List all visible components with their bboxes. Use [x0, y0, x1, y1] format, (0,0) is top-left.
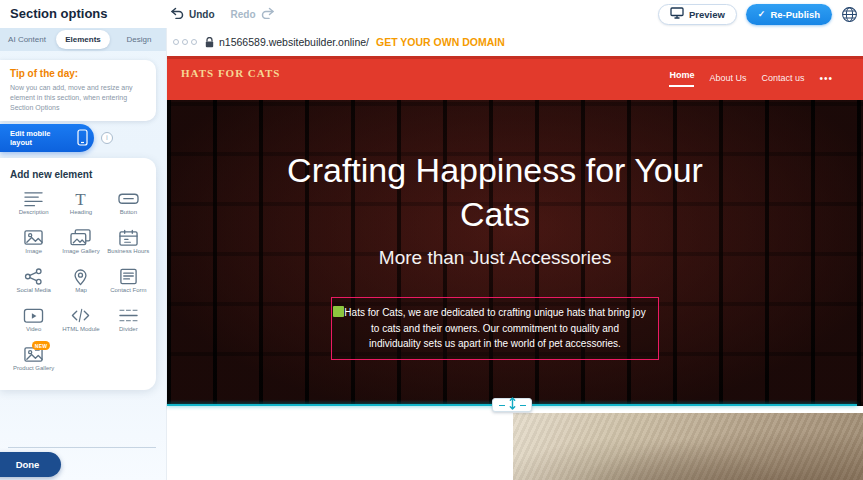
info-icon[interactable]: i — [101, 132, 113, 144]
mobile-layout-row: Edit mobile layout i — [0, 124, 113, 152]
redo-icon — [261, 7, 275, 21]
site-preview: HATS FOR CATS Home About Us Contact us •… — [167, 56, 863, 480]
element-label: Business Hours — [107, 248, 149, 256]
section-background-image[interactable] — [513, 413, 863, 480]
element-product-gallery[interactable]: NEW Product Gallery — [10, 343, 57, 380]
check-icon: ✓ — [758, 10, 766, 19]
element-grid: Description T Heading Button Image Image… — [10, 187, 152, 380]
resize-updown-icon — [508, 396, 517, 414]
hero-text-box[interactable]: Hats for Cats, we are dedicated to craft… — [331, 297, 659, 360]
image-icon — [22, 228, 45, 246]
sidebar-tabs: AI Content Elements Design — [0, 28, 166, 51]
website-builder-app: Section options Undo Redo Preview — [0, 0, 863, 480]
site-nav: Home About Us Contact us ••• — [669, 56, 833, 100]
element-label: Social Media — [16, 287, 50, 295]
browser-bar: n1566589.websitebuilder.online/ GET YOUR… — [167, 28, 863, 56]
element-html-module[interactable]: HTML Module — [57, 304, 104, 341]
element-label: Contact Form — [110, 287, 146, 295]
done-button[interactable]: Done — [0, 452, 61, 477]
undo-label: Undo — [189, 9, 215, 20]
hero-section[interactable]: Crafting Happiness for Your Cats More th… — [167, 100, 863, 406]
nav-home[interactable]: Home — [669, 70, 694, 87]
site-header[interactable]: HATS FOR CATS Home About Us Contact us •… — [167, 56, 863, 100]
element-label: HTML Module — [62, 326, 99, 334]
add-element-title: Add new element — [10, 169, 152, 180]
tip-card: Tip of the day: Now you can add, move an… — [0, 60, 156, 121]
code-icon — [69, 306, 92, 324]
get-domain-link[interactable]: GET YOUR OWN DOMAIN — [376, 36, 505, 48]
next-section[interactable] — [167, 407, 863, 480]
button-icon — [117, 189, 140, 207]
element-label: Divider — [119, 326, 138, 334]
undo-icon — [170, 7, 184, 21]
new-badge: NEW — [32, 341, 51, 350]
tip-title: Tip of the day: — [10, 68, 146, 79]
section-resize-handle[interactable] — [492, 398, 532, 412]
heading-icon: T — [69, 189, 92, 207]
preview-label: Preview — [689, 9, 725, 20]
edit-mobile-layout-button[interactable]: Edit mobile layout — [0, 124, 94, 152]
element-label: Product Gallery — [13, 365, 54, 373]
element-image-gallery[interactable]: Image Gallery — [57, 226, 104, 263]
element-social-media[interactable]: Social Media — [10, 265, 57, 302]
element-label: Heading — [70, 209, 92, 217]
topbar-actions: Preview ✓ Re-Publish — [658, 0, 858, 28]
sidebar-divider — [8, 447, 156, 448]
image-gallery-icon — [69, 228, 92, 246]
element-video[interactable]: Video — [10, 304, 57, 341]
element-business-hours[interactable]: Business Hours — [105, 226, 152, 263]
site-url[interactable]: n1566589.websitebuilder.online/ — [219, 36, 369, 48]
divider-icon — [117, 306, 140, 324]
contact-form-icon — [117, 267, 140, 285]
edit-mobile-label: Edit mobile layout — [10, 129, 71, 147]
republish-button[interactable]: ✓ Re-Publish — [746, 4, 832, 25]
element-button[interactable]: Button — [105, 187, 152, 224]
business-hours-icon — [117, 228, 140, 246]
nav-about-us[interactable]: About Us — [709, 73, 746, 83]
tab-ai-content[interactable]: AI Content — [0, 28, 54, 51]
globe-icon[interactable] — [841, 6, 858, 23]
preview-button[interactable]: Preview — [658, 4, 737, 25]
hero-title[interactable]: Crafting Happiness for Your Cats — [167, 148, 823, 236]
text-lines-icon — [22, 189, 45, 207]
element-label: Image — [25, 248, 42, 256]
window-dots — [173, 39, 197, 45]
element-description[interactable]: Description — [10, 187, 57, 224]
svg-text:T: T — [76, 189, 87, 207]
site-logo[interactable]: HATS FOR CATS — [181, 67, 280, 79]
redo-button[interactable]: Redo — [231, 7, 275, 21]
hero-subtitle[interactable]: More than Just Accessories — [167, 247, 823, 269]
page-title: Section options — [10, 0, 108, 28]
tab-elements[interactable]: Elements — [56, 30, 110, 49]
element-divider[interactable]: Divider — [105, 304, 152, 341]
element-label: Video — [26, 326, 41, 334]
element-label: Image Gallery — [62, 248, 99, 256]
section-boundary-line[interactable] — [167, 404, 857, 406]
tab-design[interactable]: Design — [112, 28, 166, 51]
republish-label: Re-Publish — [770, 9, 820, 20]
dash-decoration — [520, 405, 526, 406]
site-canvas: n1566589.websitebuilder.online/ GET YOUR… — [166, 28, 863, 480]
share-icon — [22, 267, 45, 285]
phone-icon — [77, 129, 88, 148]
video-icon — [22, 306, 45, 324]
undo-button[interactable]: Undo — [170, 7, 215, 21]
redo-label: Redo — [231, 9, 256, 20]
nav-more-icon[interactable]: ••• — [819, 73, 833, 84]
element-label: Description — [19, 209, 49, 217]
lock-icon — [205, 37, 214, 48]
dash-decoration — [499, 405, 505, 406]
history-controls: Undo Redo — [170, 0, 275, 28]
element-image[interactable]: Image — [10, 226, 57, 263]
hero-text: Hats for Cats, we are dedicated to craft… — [344, 305, 646, 352]
element-drag-handle[interactable] — [333, 306, 344, 317]
element-label: Map — [75, 287, 87, 295]
element-map[interactable]: Map — [57, 265, 104, 302]
element-heading[interactable]: T Heading — [57, 187, 104, 224]
sidebar: AI Content Elements Design Tip of the da… — [0, 28, 166, 480]
nav-contact-us[interactable]: Contact us — [761, 73, 804, 83]
element-label: Button — [120, 209, 137, 217]
element-contact-form[interactable]: Contact Form — [105, 265, 152, 302]
monitor-icon — [670, 7, 684, 21]
add-element-panel: Add new element Description T Heading Bu… — [0, 158, 156, 390]
